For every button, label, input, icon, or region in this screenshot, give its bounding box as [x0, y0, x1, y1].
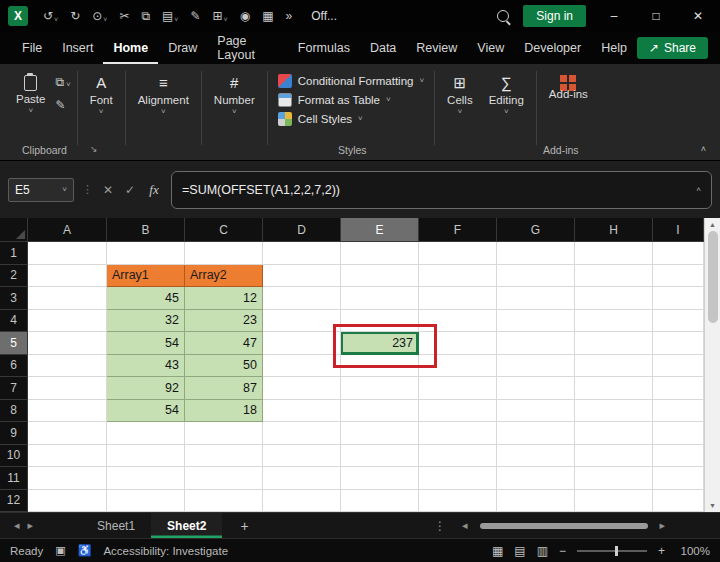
cell-H11[interactable]	[575, 467, 653, 490]
row-header-7[interactable]: 7	[0, 377, 28, 400]
cell-F9[interactable]	[419, 422, 497, 445]
cell-I7[interactable]	[653, 377, 704, 400]
cell-B7[interactable]: 92	[107, 377, 185, 400]
column-header-G[interactable]: G	[497, 218, 575, 242]
cell-A9[interactable]	[28, 422, 107, 445]
cell-B2[interactable]: Array1	[107, 265, 185, 288]
cell-B11[interactable]	[107, 467, 185, 490]
cell-G12[interactable]	[497, 490, 575, 513]
table-icon[interactable]: ▦	[257, 7, 278, 25]
minimize-button[interactable]: –	[600, 9, 628, 23]
cell-D10[interactable]	[263, 445, 341, 468]
undo-icon[interactable]: ↺˅	[38, 7, 63, 25]
cell-I6[interactable]	[653, 355, 704, 378]
cell-D1[interactable]	[263, 242, 341, 265]
row-header-3[interactable]: 3	[0, 287, 28, 310]
zoom-slider[interactable]	[577, 550, 647, 552]
cell-E7[interactable]	[341, 377, 419, 400]
cell-I2[interactable]	[653, 265, 704, 288]
document-title[interactable]: Off...	[311, 9, 337, 23]
sheet-nav-right-icon[interactable]: ▸	[24, 519, 38, 532]
row-header-2[interactable]: 2	[0, 265, 28, 288]
zoom-out-icon[interactable]: −	[559, 544, 566, 558]
name-box-resizer[interactable]: ⋮	[82, 183, 93, 196]
cell-G11[interactable]	[497, 467, 575, 490]
cell-D11[interactable]	[263, 467, 341, 490]
column-header-I[interactable]: I	[653, 218, 704, 242]
cell-G9[interactable]	[497, 422, 575, 445]
cell-B1[interactable]	[107, 242, 185, 265]
cell-D12[interactable]	[263, 490, 341, 513]
cell-I5[interactable]	[653, 332, 704, 355]
cell-H9[interactable]	[575, 422, 653, 445]
column-header-E[interactable]: E	[341, 218, 419, 242]
cell-A2[interactable]	[28, 265, 107, 288]
add-ins-button[interactable]: Add-ins	[541, 71, 596, 102]
cell-H6[interactable]	[575, 355, 653, 378]
paste-button[interactable]: Paste ˅	[8, 71, 53, 117]
cell-F11[interactable]	[419, 467, 497, 490]
cell-A4[interactable]	[28, 310, 107, 333]
cell-B5[interactable]: 54	[107, 332, 185, 355]
macro-record-icon[interactable]: ▣	[55, 544, 65, 557]
cell-D2[interactable]	[263, 265, 341, 288]
collapse-ribbon-icon[interactable]: ˄	[701, 144, 706, 154]
cell-A8[interactable]	[28, 400, 107, 423]
cell-A10[interactable]	[28, 445, 107, 468]
cancel-icon[interactable]: ✕	[101, 183, 115, 197]
name-box[interactable]: E5 ˅	[8, 178, 74, 202]
tab-help[interactable]: Help	[591, 33, 637, 64]
cell-E1[interactable]	[341, 242, 419, 265]
cell-B10[interactable]	[107, 445, 185, 468]
row-header-6[interactable]: 6	[0, 355, 28, 378]
accessibility-status[interactable]: Accessibility: Investigate	[103, 545, 228, 557]
redo-icon[interactable]: ↻	[65, 7, 85, 25]
tab-view[interactable]: View	[467, 33, 514, 64]
horizontal-scrollbar-thumb[interactable]	[480, 523, 648, 529]
cell-E4[interactable]	[341, 310, 419, 333]
cell-C9[interactable]	[185, 422, 263, 445]
cell-E5[interactable]: 237	[341, 332, 419, 355]
clipboard-dialog-launcher-icon[interactable]: ↘	[90, 144, 98, 154]
cell-E6[interactable]	[341, 355, 419, 378]
column-header-H[interactable]: H	[575, 218, 653, 242]
cell-H7[interactable]	[575, 377, 653, 400]
cell-F7[interactable]	[419, 377, 497, 400]
cell-G3[interactable]	[497, 287, 575, 310]
cell-I10[interactable]	[653, 445, 704, 468]
camera-icon[interactable]: ◉	[235, 7, 255, 25]
copy-button[interactable]: ⧉ ˅	[55, 75, 70, 89]
conditional-formatting-button[interactable]: Conditional Formatting ˅	[278, 74, 424, 88]
cell-C6[interactable]: 50	[185, 355, 263, 378]
cut-icon[interactable]: ✂	[114, 7, 134, 25]
cell-C7[interactable]: 87	[185, 377, 263, 400]
cell-A5[interactable]	[28, 332, 107, 355]
cell-C11[interactable]	[185, 467, 263, 490]
cell-C2[interactable]: Array2	[185, 265, 263, 288]
cell-B3[interactable]: 45	[107, 287, 185, 310]
cell-G8[interactable]	[497, 400, 575, 423]
cell-F6[interactable]	[419, 355, 497, 378]
cell-B12[interactable]	[107, 490, 185, 513]
row-header-11[interactable]: 11	[0, 467, 28, 490]
cell-F1[interactable]	[419, 242, 497, 265]
column-header-A[interactable]: A	[28, 218, 107, 242]
cell-H5[interactable]	[575, 332, 653, 355]
cell-I4[interactable]	[653, 310, 704, 333]
scroll-up-icon[interactable]: ▲	[709, 221, 716, 228]
cell-F2[interactable]	[419, 265, 497, 288]
enter-icon[interactable]: ✓	[123, 183, 137, 197]
column-header-F[interactable]: F	[419, 218, 497, 242]
scroll-right-icon[interactable]: ▸	[656, 519, 670, 532]
cell-B9[interactable]	[107, 422, 185, 445]
cell-E9[interactable]	[341, 422, 419, 445]
excel-logo-icon[interactable]: X	[8, 6, 28, 26]
cell-G5[interactable]	[497, 332, 575, 355]
cell-C12[interactable]	[185, 490, 263, 513]
search-icon[interactable]	[497, 10, 509, 22]
formula-bar-collapse-icon[interactable]: ˄	[696, 186, 701, 194]
cell-D8[interactable]	[263, 400, 341, 423]
cell-F5[interactable]	[419, 332, 497, 355]
tab-file[interactable]: File	[12, 33, 52, 64]
borders-icon[interactable]: ⊞˅	[208, 7, 233, 25]
